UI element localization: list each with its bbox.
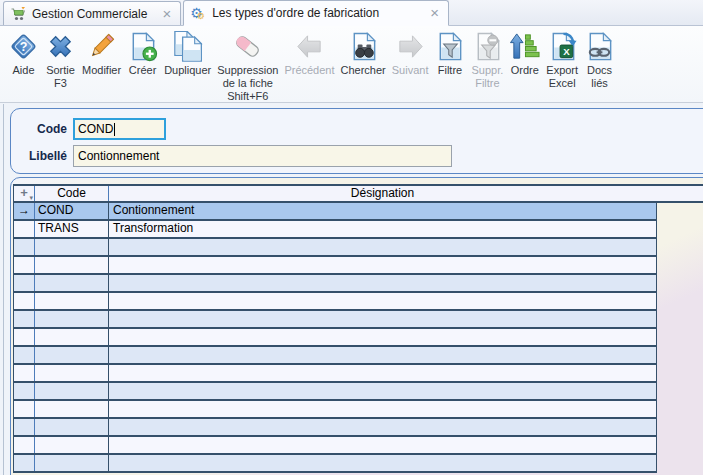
toolbar-label: Docs liés [587,64,612,90]
export-excel-button[interactable]: X Export Excel [543,31,581,90]
cell-code[interactable] [35,365,109,381]
toolbar-label: Suppr. Filtre [471,64,503,90]
close-icon[interactable]: × [162,7,171,21]
app-window: Gestion Commerciale × ⚙⚙ Les types d'ord… [0,0,703,475]
cell-designation[interactable]: Transformation [109,221,657,237]
cell-code[interactable] [35,347,109,363]
cell-designation[interactable] [109,383,657,399]
column-header-code[interactable]: Code [35,186,109,201]
cell-designation[interactable] [109,311,657,327]
cell-designation[interactable] [109,239,657,255]
cell-code[interactable] [35,329,109,345]
docs-lies-button[interactable]: Docs liés [581,31,618,90]
cell-designation[interactable] [109,347,657,363]
cell-code[interactable] [35,437,109,453]
row-selector-cell[interactable] [14,455,35,471]
row-selector-cell[interactable] [14,365,35,381]
table-row[interactable] [13,311,657,329]
cell-designation[interactable] [109,293,657,309]
cell-code[interactable]: COND [35,203,109,219]
table-row[interactable]: TRANSTransformation [13,221,657,239]
eraser-icon [232,31,263,62]
cell-designation[interactable] [109,365,657,381]
cell-code[interactable] [35,293,109,309]
cell-designation[interactable] [109,437,657,453]
cell-code[interactable] [35,455,109,471]
arrow-left-icon [294,31,325,62]
add-row-button[interactable]: + ▾ [14,186,35,201]
table-row[interactable] [13,437,657,455]
row-selector-cell[interactable] [14,383,35,399]
cell-designation[interactable] [109,275,657,291]
row-selector-cell[interactable] [14,293,35,309]
precedent-button[interactable]: Précédent [281,31,337,77]
toolbar-label: Aide [12,64,34,77]
suivant-button[interactable]: Suivant [389,31,432,77]
ordre-button[interactable]: Ordre [506,31,543,77]
table-row[interactable] [13,275,657,293]
cell-code[interactable] [35,257,109,273]
page-funnel-remove-icon [472,31,503,62]
cell-code[interactable]: TRANS [35,221,109,237]
aide-button[interactable]: ? Aide [5,31,42,77]
cell-code[interactable] [35,239,109,255]
table-row[interactable] [13,293,657,311]
cell-code[interactable] [35,383,109,399]
table-row[interactable] [13,419,657,437]
cell-designation[interactable] [109,401,657,417]
cell-designation[interactable] [109,329,657,345]
modifier-button[interactable]: Modifier [79,31,124,77]
sortie-button[interactable]: Sortie F3 [42,31,79,90]
cell-designation[interactable] [109,455,657,471]
chercher-button[interactable]: Chercher [338,31,389,77]
dupliquer-button[interactable]: Dupliquer [161,31,214,77]
row-selector-cell[interactable] [14,257,35,273]
row-selector-cell[interactable] [14,311,35,327]
row-selector-cell[interactable] [14,419,35,435]
cell-code[interactable] [35,401,109,417]
filtre-button[interactable]: Filtre [431,31,468,77]
table-row[interactable] [13,329,657,347]
row-selector-cell[interactable] [14,401,35,417]
row-selector-cell[interactable] [14,347,35,363]
pencil-icon [86,31,117,62]
tab-types-ordre-fabrication[interactable]: ⚙⚙ Les types d'ordre de fabrication × [183,0,449,26]
libelle-input[interactable] [73,145,452,167]
table-row[interactable] [13,365,657,383]
code-input[interactable]: COND [73,118,166,140]
tab-label: Gestion Commerciale [32,7,147,21]
records-grid: + ▾ Code Désignation →CONDContionnementT… [13,184,703,473]
row-selector-cell[interactable] [14,239,35,255]
cell-designation[interactable] [109,257,657,273]
current-row-arrow-icon: → [18,203,30,217]
close-icon[interactable]: × [430,6,439,20]
row-selector-cell[interactable] [14,221,35,237]
table-row[interactable] [13,347,657,365]
cell-designation[interactable]: Contionnement [109,203,657,219]
table-row[interactable] [13,401,657,419]
row-selector-cell[interactable] [14,275,35,291]
suppression-fiche-button[interactable]: Suppression de la fiche Shift+F6 [214,31,281,103]
records-groupbox: + ▾ Code Désignation →CONDContionnementT… [10,177,703,475]
toolbar-label: Suivant [392,64,429,77]
cell-designation[interactable] [109,419,657,435]
grid-body: →CONDContionnementTRANSTransformation [13,203,703,473]
creer-button[interactable]: Créer [124,31,161,77]
libelle-label: Libellé [15,149,67,163]
suppr-filtre-button[interactable]: Suppr. Filtre [468,31,506,90]
row-selector-cell[interactable] [14,329,35,345]
table-row[interactable] [13,257,657,275]
table-row[interactable] [13,455,657,473]
cell-code[interactable] [35,419,109,435]
tab-gestion-commerciale[interactable]: Gestion Commerciale × [3,1,181,25]
cell-code[interactable] [35,275,109,291]
table-row[interactable] [13,239,657,257]
row-selector-cell[interactable] [14,437,35,453]
tab-bar: Gestion Commerciale × ⚙⚙ Les types d'ord… [0,0,703,26]
column-header-designation[interactable]: Désignation [109,186,656,201]
row-selector-cell[interactable]: → [14,203,35,219]
cell-code[interactable] [35,311,109,327]
table-row[interactable]: →CONDContionnement [13,203,657,221]
table-row[interactable] [13,383,657,401]
toolbar-label: Précédent [284,64,334,77]
